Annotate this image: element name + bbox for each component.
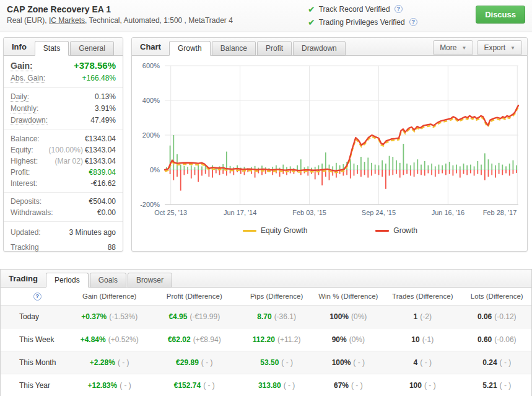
stat-daily: Daily: 0.13% bbox=[4, 91, 123, 103]
stat-profit: Profit: €839.04 bbox=[4, 167, 123, 178]
tab-goals[interactable]: Goals bbox=[90, 273, 126, 288]
col-header-lots: Lots (Difference) bbox=[463, 293, 531, 300]
tab-profit[interactable]: Profit bbox=[257, 41, 292, 56]
chart-tabstrip: Chart Growth Balance Profit Drawdown Mor… bbox=[132, 38, 527, 56]
info-tabstrip: Info Stats General bbox=[4, 38, 123, 56]
stat-drawdown: Drawdown: 47.49% bbox=[4, 115, 123, 126]
track-record-verified-label: Track Record Verified bbox=[319, 5, 390, 14]
chart-legend: Equity Growth Growth bbox=[133, 226, 527, 235]
discuss-button[interactable]: Discuss bbox=[476, 6, 525, 24]
tab-browser[interactable]: Browser bbox=[128, 273, 172, 288]
tab-periods[interactable]: Periods bbox=[46, 273, 89, 288]
col-header-gain: Gain (Difference) bbox=[69, 293, 149, 300]
table-row-today: Today +0.37%(-1.53%) €4.95(-€19.99) 8.70… bbox=[1, 306, 531, 328]
col-header-win: Win % (Difference) bbox=[314, 293, 383, 300]
question-icon[interactable]: ? bbox=[395, 5, 403, 13]
verified-badges: ✔ Track Record Verified ? ✔ Trading Priv… bbox=[308, 2, 417, 29]
meta-group: Updated: 3 Minutes ago Tracking 88 bbox=[4, 222, 123, 258]
tab-growth[interactable]: Growth bbox=[169, 41, 211, 56]
gain-group: Gain: +378.56% Abs. Gain: +166.48% bbox=[4, 56, 123, 88]
tab-drawdown[interactable]: Drawdown bbox=[293, 41, 346, 56]
growth-swatch bbox=[375, 230, 389, 232]
trading-tabstrip: Trading Periods Goals Browser bbox=[1, 270, 531, 288]
balance-group: Balance: €1343.04 Equity: (100.00%)€1343… bbox=[4, 130, 123, 193]
svg-text:-200%: -200% bbox=[140, 201, 160, 208]
periods-table: ? Gain (Difference) Profit (Difference) … bbox=[1, 288, 531, 396]
stat-monthly: Monthly: 3.91% bbox=[4, 103, 123, 115]
svg-text:400%: 400% bbox=[142, 97, 160, 104]
trading-privileges-verified-label: Trading Privileges Verified bbox=[319, 18, 405, 27]
rates-group: Daily: 0.13% Monthly: 3.91% Drawdown: 47… bbox=[4, 88, 123, 130]
periods-table-header: ? Gain (Difference) Profit (Difference) … bbox=[1, 288, 531, 306]
table-row-this-month: This Month +2.28%( - ) €29.89( - ) 53.50… bbox=[1, 351, 531, 374]
chart-body: 600%400%200%0%-200%Oct 25, '13Jun 17, '1… bbox=[132, 56, 527, 235]
stat-interest: Interest: -€16.62 bbox=[4, 178, 123, 189]
stat-withdrawals: Withdrawals: €0.00 bbox=[4, 207, 123, 218]
svg-text:Feb 28, '17: Feb 28, '17 bbox=[483, 209, 517, 216]
track-record-verified: ✔ Track Record Verified ? bbox=[308, 2, 417, 15]
stat-equity: Equity: (100.00%)€1343.04 bbox=[4, 144, 123, 156]
legend-growth[interactable]: Growth bbox=[375, 226, 417, 235]
stat-abs-gain: Abs. Gain: +166.48% bbox=[4, 73, 123, 84]
trading-privileges-verified: ✔ Trading Privileges Verified ? bbox=[308, 15, 417, 29]
main-content: Info Stats General Gain: +378.56% Abs. G… bbox=[0, 32, 532, 252]
question-icon[interactable]: ? bbox=[33, 293, 41, 301]
stat-balance: Balance: €1343.04 bbox=[4, 133, 123, 144]
svg-text:Oct 25, '13: Oct 25, '13 bbox=[154, 209, 187, 216]
svg-text:Jun 17, '14: Jun 17, '14 bbox=[224, 209, 256, 216]
stat-deposits: Deposits: €504.00 bbox=[4, 196, 123, 207]
trading-panel: Trading Periods Goals Browser ? Gain (Di… bbox=[0, 269, 532, 396]
chart-panel-title: Chart bbox=[132, 39, 169, 55]
legend-equity-growth[interactable]: Equity Growth bbox=[243, 226, 307, 235]
svg-text:200%: 200% bbox=[142, 131, 160, 139]
account-subtitle-prefix: Real (EUR), bbox=[7, 16, 49, 25]
broker-link[interactable]: IC Markets bbox=[49, 16, 85, 25]
stat-highest: Highest: (Mar 02)€1343.04 bbox=[4, 156, 123, 167]
svg-text:Sep 24, '15: Sep 24, '15 bbox=[362, 209, 396, 216]
deposits-group: Deposits: €504.00 Withdrawals: €0.00 bbox=[4, 193, 123, 222]
chevron-down-icon: ▼ bbox=[510, 45, 515, 51]
account-header: CAP Zone Recovery EA 1 Real (EUR), IC Ma… bbox=[0, 0, 532, 32]
svg-text:Jun 16, '16: Jun 16, '16 bbox=[432, 209, 464, 216]
table-row-this-week: This Week +4.84%(+0.52%) €62.02(+€8.94) … bbox=[1, 328, 531, 351]
svg-text:0%: 0% bbox=[150, 166, 160, 174]
account-subtitle-suffix: , Technical, Automated, 1:500 , MetaTrad… bbox=[85, 16, 233, 25]
table-row-this-year: This Year +12.83%( - ) €152.74( - ) 313.… bbox=[1, 374, 531, 396]
stat-updated: Updated: 3 Minutes ago bbox=[4, 225, 123, 240]
info-panel-title: Info bbox=[4, 39, 35, 55]
export-button[interactable]: Export ▼ bbox=[477, 40, 522, 55]
tab-general[interactable]: General bbox=[70, 41, 114, 56]
chart-buttons: More ▼ Export ▼ bbox=[433, 40, 522, 55]
svg-text:Feb 03, '15: Feb 03, '15 bbox=[292, 209, 326, 216]
account-title: CAP Zone Recovery EA 1 bbox=[7, 4, 111, 14]
check-icon: ✔ bbox=[308, 17, 315, 27]
trading-panel-title: Trading bbox=[1, 271, 46, 287]
col-header-profit: Profit (Difference) bbox=[149, 293, 240, 300]
check-icon: ✔ bbox=[308, 4, 315, 14]
col-header-pips: Pips (Difference) bbox=[240, 293, 314, 300]
stat-gain: Gain: +378.56% bbox=[4, 59, 123, 73]
equity-growth-swatch bbox=[243, 230, 256, 232]
tab-balance[interactable]: Balance bbox=[212, 41, 256, 56]
tab-stats[interactable]: Stats bbox=[35, 41, 69, 56]
col-header-trades: Trades (Difference) bbox=[383, 293, 463, 300]
more-button[interactable]: More ▼ bbox=[433, 40, 473, 55]
info-panel: Info Stats General Gain: +378.56% Abs. G… bbox=[3, 37, 123, 252]
growth-chart[interactable]: 600%400%200%0%-200%Oct 25, '13Jun 17, '1… bbox=[133, 58, 527, 218]
svg-text:600%: 600% bbox=[142, 62, 160, 69]
chevron-down-icon: ▼ bbox=[461, 45, 466, 51]
account-subtitle: Real (EUR), IC Markets, Technical, Autom… bbox=[7, 16, 233, 25]
question-icon[interactable]: ? bbox=[409, 18, 417, 26]
chart-panel: Chart Growth Balance Profit Drawdown Mor… bbox=[131, 37, 528, 252]
stat-tracking: Tracking 88 bbox=[4, 240, 123, 255]
